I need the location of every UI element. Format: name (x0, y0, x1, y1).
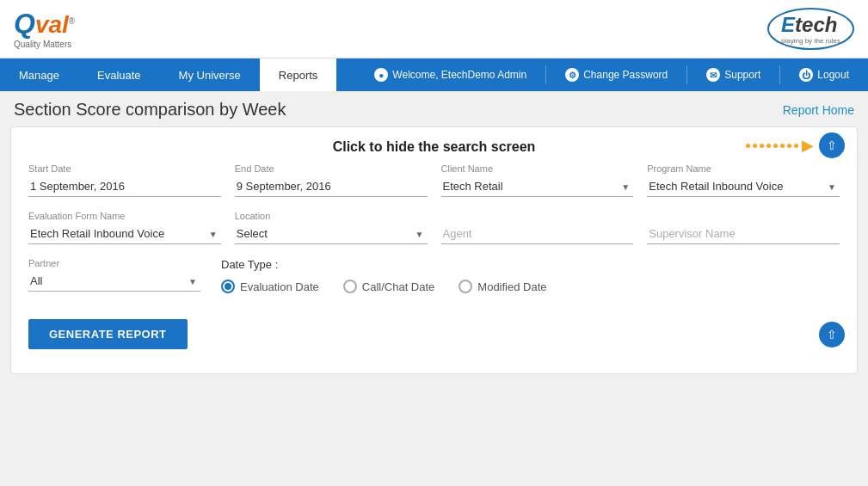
qval-logo: Qval® Quality Matters (14, 9, 75, 48)
search-panel: Click to hide the search screen ▶ ⇧ (10, 126, 858, 374)
nav-welcome: ● Welcome, EtechDemo Admin (355, 58, 545, 91)
radio-eval-circle (221, 280, 235, 293)
power-icon: ⏻ (799, 68, 813, 82)
form-area: Start Date End Date Client Name Etech Re… (11, 163, 857, 293)
radio-call-label: Call/Chat Date (362, 280, 435, 293)
dot4 (766, 144, 771, 148)
date-type-options: Evaluation Date Call/Chat Date Modified … (221, 280, 840, 293)
radio-modified-date[interactable]: Modified Date (459, 280, 546, 293)
arrow-right-icon: ▶ (802, 136, 814, 155)
nav-change-password[interactable]: ⚙ Change Password (546, 58, 686, 91)
end-date-group: End Date (235, 163, 428, 197)
etech-oval: Etech playing by the rules (767, 8, 854, 50)
dot1 (746, 144, 750, 148)
dot7 (787, 144, 791, 148)
scroll-up-area: ⇧ (11, 349, 857, 360)
nav-bar: Manage Evaluate My Universe Reports ● We… (0, 58, 868, 91)
radio-call-circle (343, 280, 357, 293)
start-date-label: Start Date (28, 163, 221, 174)
chevron-up-btn[interactable]: ⇧ (819, 132, 845, 158)
dot6 (780, 144, 785, 148)
panel-title: Click to hide the search screen (333, 139, 536, 155)
nav-manage[interactable]: Manage (0, 58, 78, 91)
agent-group: Agent (441, 211, 634, 244)
top-header: Qval® Quality Matters Etech playing by t… (0, 0, 868, 58)
etech-name: Etech (781, 13, 840, 37)
location-wrapper: Select (235, 224, 428, 244)
generate-report-button[interactable]: GENERATE REPORT (28, 319, 188, 349)
dotted-line (746, 144, 798, 148)
gear-icon: ⚙ (565, 68, 579, 82)
dot3 (760, 144, 764, 148)
date-type-section: Date Type : Evaluation Date Call/Chat Da… (214, 258, 840, 293)
nav-support[interactable]: ✉ Support (687, 58, 779, 91)
end-date-input[interactable] (235, 176, 428, 197)
page-title: Section Score comparison by Week (14, 100, 286, 120)
partner-wrapper: All (28, 271, 200, 292)
nav-reports[interactable]: Reports (260, 58, 337, 91)
nav-evaluate[interactable]: Evaluate (78, 58, 160, 91)
dot5 (773, 144, 778, 148)
logo-text: Qval® (14, 9, 75, 39)
partner-group: Partner All (28, 258, 200, 292)
start-date-input[interactable] (28, 176, 221, 197)
location-label: Location (235, 211, 428, 221)
nav-logout[interactable]: ⏻ Logout (780, 58, 868, 91)
program-name-wrapper: Etech Retail Inbound Voice (647, 176, 840, 197)
etech-logo: Etech playing by the rules (767, 8, 854, 50)
search-panel-inner: Click to hide the search screen ▶ ⇧ (11, 127, 857, 360)
logo-q: Q (14, 8, 35, 39)
form-row-1: Start Date End Date Client Name Etech Re… (28, 163, 840, 197)
program-name-select[interactable]: Etech Retail Inbound Voice (647, 176, 840, 197)
page-title-bar: Section Score comparison by Week Report … (0, 91, 868, 126)
dot8 (794, 144, 798, 148)
end-date-label: End Date (235, 163, 428, 174)
radio-modified-circle (459, 280, 472, 293)
agent-input[interactable] (441, 224, 634, 244)
eval-form-wrapper: Etech Retail Inbound Voice (28, 224, 221, 244)
client-name-label: Client Name (441, 163, 634, 174)
collapse-button[interactable]: ▶ ⇧ (746, 132, 845, 158)
supervisor-input[interactable] (647, 224, 840, 244)
program-name-label: Program Name (647, 163, 840, 174)
client-name-wrapper: Etech Retail (441, 176, 634, 197)
form-row-2: Evaluation Form Name Etech Retail Inboun… (28, 211, 840, 244)
scroll-up-button[interactable]: ⇧ (819, 322, 845, 348)
logo-eval: val (35, 11, 69, 38)
btn-area: GENERATE REPORT (11, 307, 857, 349)
search-panel-header: Click to hide the search screen ▶ ⇧ (11, 127, 857, 163)
start-date-group: Start Date (28, 163, 221, 197)
form-row-3: Partner All Date Type : Evaluation Date (28, 258, 840, 293)
eval-form-select[interactable]: Etech Retail Inbound Voice (28, 224, 221, 244)
location-select[interactable]: Select (235, 224, 428, 244)
client-name-group: Client Name Etech Retail (441, 163, 634, 197)
radio-call-chat-date[interactable]: Call/Chat Date (343, 280, 435, 293)
eval-form-group: Evaluation Form Name Etech Retail Inboun… (28, 211, 221, 244)
support-icon: ✉ (706, 68, 720, 82)
supervisor-group: Supervisor (647, 211, 840, 244)
etech-sub: playing by the rules (781, 37, 840, 45)
dot2 (753, 144, 757, 148)
logo-quality: Quality Matters (14, 40, 71, 49)
client-name-select[interactable]: Etech Retail (441, 176, 634, 197)
date-type-label: Date Type : (221, 258, 840, 271)
radio-modified-label: Modified Date (477, 280, 546, 293)
eval-form-label: Evaluation Form Name (28, 211, 221, 221)
nav-right: ● Welcome, EtechDemo Admin ⚙ Change Pass… (355, 58, 868, 91)
report-home-link[interactable]: Report Home (783, 103, 854, 117)
partner-select[interactable]: All (28, 271, 200, 292)
partner-label: Partner (28, 258, 200, 268)
radio-evaluation-date[interactable]: Evaluation Date (221, 280, 319, 293)
program-name-group: Program Name Etech Retail Inbound Voice (647, 163, 840, 197)
nav-my-universe[interactable]: My Universe (160, 58, 260, 91)
radio-eval-label: Evaluation Date (240, 280, 319, 293)
user-icon: ● (374, 68, 388, 82)
location-group: Location Select (235, 211, 428, 244)
